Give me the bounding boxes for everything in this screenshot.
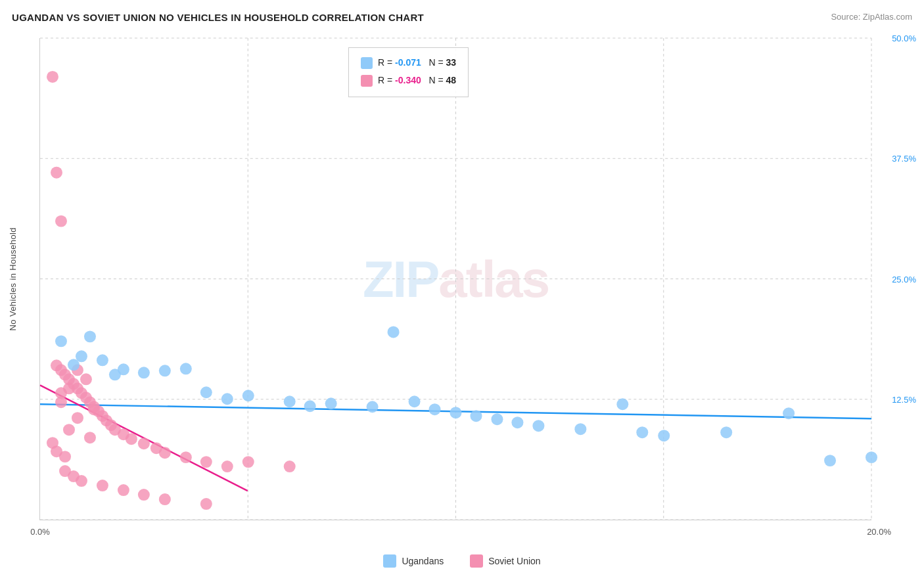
soviet-bottom-swatch: [470, 554, 483, 568]
legend-row-ugandan: R = -0.071 N = 33: [361, 55, 456, 71]
svg-point-13: [55, 215, 67, 227]
svg-point-58: [84, 432, 96, 443]
bottom-legend-ugandans: Ugandans: [383, 554, 444, 568]
svg-point-65: [109, 369, 121, 380]
svg-point-50: [88, 403, 100, 415]
svg-point-31: [138, 438, 150, 449]
svg-point-77: [429, 403, 441, 415]
svg-point-47: [63, 382, 75, 394]
legend-box: R = -0.071 N = 33 R = -0.340 N = 48: [348, 47, 469, 97]
svg-point-55: [59, 451, 71, 462]
ugandans-bottom-swatch: [383, 554, 396, 568]
source-label: Source: ZipAtlas.com: [831, 12, 912, 22]
svg-point-87: [783, 407, 795, 419]
y-tick-50: 50.0%: [892, 34, 916, 43]
legend-ugandan-r: R = -0.071 N = 33: [378, 55, 456, 71]
chart-container: UGANDAN VS SOVIET UNION NO VEHICLES IN H…: [0, 0, 924, 586]
svg-point-59: [55, 335, 67, 347]
soviet-label: Soviet Union: [488, 556, 540, 566]
svg-point-42: [138, 489, 150, 501]
svg-point-44: [200, 498, 212, 510]
svg-point-90: [388, 326, 400, 338]
y-tick-125: 12.5%: [892, 394, 916, 404]
svg-point-80: [491, 413, 503, 425]
chart-area: ZIPatlas: [39, 38, 871, 520]
svg-point-51: [243, 456, 254, 468]
svg-point-88: [824, 455, 836, 466]
svg-point-40: [97, 480, 108, 491]
svg-point-83: [574, 423, 586, 435]
svg-point-81: [511, 417, 523, 428]
svg-point-34: [180, 451, 192, 463]
x-tick-0: 0.0%: [30, 527, 50, 537]
svg-point-60: [84, 330, 96, 342]
y-axis-label: No Vehicles in Household: [8, 227, 18, 331]
svg-point-78: [450, 407, 462, 418]
svg-point-74: [325, 397, 337, 409]
svg-point-73: [304, 400, 316, 412]
svg-point-76: [409, 395, 421, 407]
ugandan-swatch: [361, 57, 373, 69]
svg-point-82: [532, 420, 544, 432]
svg-point-41: [118, 484, 129, 496]
svg-point-71: [243, 390, 254, 401]
svg-point-52: [284, 461, 296, 472]
legend-row-soviet: R = -0.340 N = 48: [361, 72, 456, 89]
svg-point-85: [636, 426, 648, 438]
svg-point-84: [616, 398, 628, 410]
svg-point-36: [221, 461, 233, 472]
svg-point-68: [180, 363, 192, 374]
svg-point-46: [55, 396, 67, 408]
y-tick-375: 37.5%: [892, 154, 916, 164]
svg-point-43: [159, 493, 171, 505]
bottom-legend: Ugandans Soviet Union: [0, 554, 924, 568]
svg-point-62: [97, 354, 108, 366]
svg-point-49: [80, 373, 92, 385]
chart-svg: [40, 38, 871, 520]
svg-point-66: [138, 367, 150, 378]
svg-point-91: [720, 426, 732, 438]
x-tick-20: 20.0%: [867, 527, 891, 537]
svg-point-69: [200, 386, 212, 398]
svg-point-39: [76, 475, 87, 487]
legend-soviet-r: R = -0.340 N = 48: [378, 72, 456, 89]
bottom-legend-soviet: Soviet Union: [470, 554, 540, 568]
svg-point-57: [72, 412, 83, 424]
soviet-swatch: [361, 75, 373, 87]
svg-point-63: [68, 359, 80, 371]
svg-point-35: [200, 456, 212, 468]
svg-point-67: [159, 365, 171, 376]
svg-point-56: [63, 424, 75, 436]
ugandans-label: Ugandans: [402, 556, 444, 566]
svg-point-11: [47, 71, 58, 83]
svg-point-75: [367, 401, 379, 413]
svg-point-86: [658, 430, 670, 441]
y-tick-25: 25.0%: [892, 274, 916, 284]
svg-point-12: [51, 167, 62, 179]
svg-point-30: [126, 433, 137, 445]
svg-point-79: [470, 410, 482, 422]
svg-point-70: [221, 393, 233, 405]
svg-point-72: [284, 395, 296, 407]
svg-point-89: [866, 451, 877, 463]
svg-point-33: [159, 447, 171, 459]
chart-title: UGANDAN VS SOVIET UNION NO VEHICLES IN H…: [12, 12, 424, 23]
